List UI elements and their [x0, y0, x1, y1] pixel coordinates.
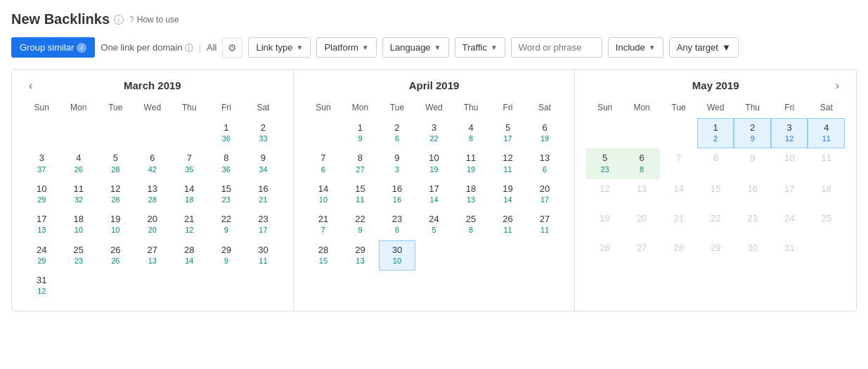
day-cell[interactable]: 2429 — [23, 240, 60, 271]
day-cell[interactable]: 1910 — [97, 209, 134, 240]
day-cell[interactable]: 14 — [660, 179, 697, 209]
day-cell[interactable]: 10 — [771, 148, 808, 179]
day-cell[interactable]: 2815 — [305, 240, 342, 271]
day-cell[interactable]: 299 — [208, 240, 245, 271]
day-cell[interactable]: 1713 — [23, 209, 60, 240]
day-cell[interactable]: 3112 — [23, 271, 60, 301]
day-cell[interactable]: 3010 — [379, 240, 416, 271]
day-cell[interactable]: 20 — [623, 209, 661, 238]
day-cell[interactable]: 236 — [379, 209, 416, 240]
day-cell[interactable]: 136 — [208, 118, 245, 148]
day-cell[interactable]: 76 — [305, 148, 342, 179]
day-cell[interactable]: 1029 — [23, 179, 60, 209]
day-cell[interactable]: 258 — [453, 209, 490, 240]
calendar-prev-button[interactable]: ‹ — [23, 77, 38, 95]
day-cell[interactable]: 19 — [342, 118, 379, 148]
day-cell[interactable]: 2317 — [245, 209, 282, 240]
day-cell[interactable]: 1228 — [97, 179, 134, 209]
day-cell[interactable]: 2814 — [171, 240, 208, 271]
day-cell[interactable]: 1810 — [60, 209, 98, 240]
day-cell[interactable]: 2711 — [526, 209, 564, 240]
day-cell[interactable]: 3011 — [245, 240, 282, 271]
day-cell[interactable]: 1621 — [245, 179, 282, 209]
day-cell[interactable]: 19 — [586, 209, 623, 238]
day-cell[interactable]: 1132 — [60, 179, 98, 209]
day-cell[interactable]: 22 — [697, 209, 734, 238]
day-cell[interactable]: 229 — [208, 209, 245, 240]
day-cell[interactable]: 24 — [771, 209, 808, 238]
day-cell[interactable]: 31 — [771, 238, 808, 268]
day-cell[interactable]: 827 — [342, 148, 379, 179]
day-cell[interactable]: 29 — [697, 238, 734, 268]
day-cell[interactable]: 9 — [734, 148, 771, 179]
language-dropdown[interactable]: Language ▼ — [382, 37, 449, 58]
day-cell[interactable]: 26 — [586, 238, 623, 268]
calendar-next-button[interactable]: › — [830, 77, 845, 95]
day-cell[interactable]: 11 — [808, 148, 845, 179]
day-cell[interactable]: 2523 — [60, 240, 98, 271]
day-cell[interactable]: 7 — [660, 148, 697, 179]
day-cell[interactable]: 2112 — [171, 209, 208, 240]
traffic-dropdown[interactable]: Traffic ▼ — [455, 37, 505, 58]
day-cell[interactable]: 2017 — [526, 179, 564, 209]
day-cell[interactable]: 517 — [489, 118, 526, 148]
day-cell[interactable]: 136 — [526, 148, 564, 179]
day-cell[interactable]: 1211 — [489, 148, 526, 179]
day-cell[interactable]: 48 — [453, 118, 490, 148]
day-cell[interactable]: 30 — [734, 238, 771, 268]
day-cell[interactable]: 2626 — [97, 240, 134, 271]
day-cell[interactable]: 68 — [623, 148, 661, 179]
day-cell[interactable]: 1328 — [134, 179, 171, 209]
any-target-dropdown[interactable]: Any target ▼ — [669, 37, 739, 58]
day-cell[interactable]: 23 — [734, 209, 771, 238]
day-cell[interactable]: 836 — [208, 148, 245, 179]
day-cell[interactable]: 619 — [526, 118, 564, 148]
day-cell[interactable]: 93 — [379, 148, 416, 179]
day-cell[interactable]: 426 — [60, 148, 98, 179]
day-cell[interactable]: 21 — [660, 209, 697, 238]
day-cell[interactable]: 934 — [245, 148, 282, 179]
day-cell[interactable]: 15 — [697, 179, 734, 209]
day-cell[interactable]: 16 — [734, 179, 771, 209]
day-cell[interactable]: 12 — [697, 118, 734, 148]
day-cell[interactable]: 1813 — [453, 179, 490, 209]
platform-dropdown[interactable]: Platform ▼ — [316, 37, 376, 58]
day-cell[interactable]: 17 — [771, 179, 808, 209]
day-cell[interactable]: 229 — [342, 209, 379, 240]
day-cell[interactable]: 1616 — [379, 179, 416, 209]
day-cell[interactable]: 29 — [734, 118, 771, 148]
day-cell[interactable]: 18 — [808, 179, 845, 209]
day-cell[interactable]: 2020 — [134, 209, 171, 240]
day-cell[interactable]: 27 — [623, 238, 661, 268]
day-cell[interactable]: 322 — [415, 118, 453, 148]
day-cell[interactable]: 337 — [23, 148, 60, 179]
day-cell[interactable]: 528 — [97, 148, 134, 179]
day-cell[interactable]: 2611 — [489, 209, 526, 240]
day-cell[interactable]: 523 — [586, 148, 623, 179]
day-cell[interactable]: 245 — [415, 209, 453, 240]
group-similar-button[interactable]: Group similar i — [11, 37, 95, 58]
day-cell[interactable]: 233 — [245, 118, 282, 148]
day-cell[interactable]: 1418 — [171, 179, 208, 209]
day-cell[interactable]: 13 — [623, 179, 661, 209]
how-to-use-link[interactable]: ? How to use — [129, 15, 179, 25]
day-cell[interactable]: 1410 — [305, 179, 342, 209]
day-cell[interactable]: 2713 — [134, 240, 171, 271]
day-cell[interactable]: 642 — [134, 148, 171, 179]
day-cell[interactable]: 312 — [771, 118, 808, 148]
day-cell[interactable]: 1119 — [453, 148, 490, 179]
day-cell[interactable]: 12 — [586, 179, 623, 209]
day-cell[interactable]: 735 — [171, 148, 208, 179]
link-type-dropdown[interactable]: Link type ▼ — [248, 37, 311, 58]
settings-gear-button[interactable]: ⚙ — [222, 38, 242, 58]
day-cell[interactable]: 1914 — [489, 179, 526, 209]
day-cell[interactable]: 26 — [379, 118, 416, 148]
day-cell[interactable]: 2913 — [342, 240, 379, 271]
day-cell[interactable]: 1523 — [208, 179, 245, 209]
day-cell[interactable]: 1714 — [415, 179, 453, 209]
day-cell[interactable]: 28 — [660, 238, 697, 268]
day-cell[interactable]: 1019 — [415, 148, 453, 179]
day-cell[interactable]: 411 — [808, 118, 845, 148]
day-cell[interactable]: 217 — [305, 209, 342, 240]
word-phrase-input[interactable] — [511, 37, 602, 58]
